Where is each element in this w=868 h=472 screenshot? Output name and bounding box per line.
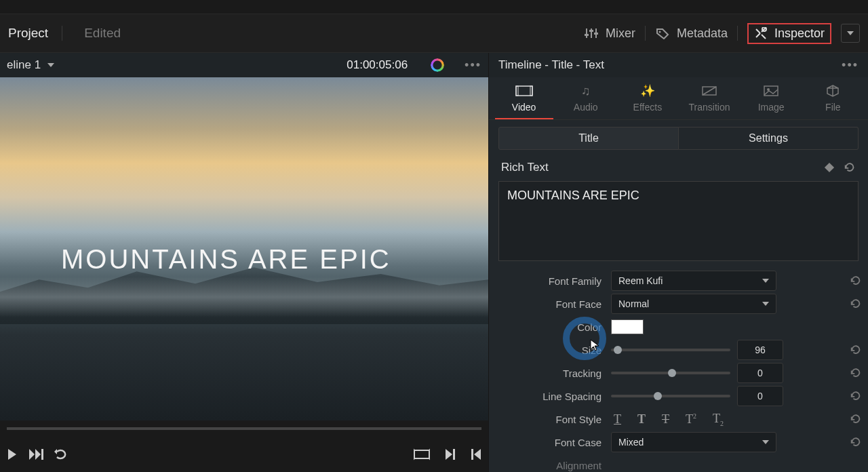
svg-rect-4 — [589, 30, 593, 32]
tab-audio[interactable]: ♫ Audio — [557, 84, 615, 119]
line-spacing-slider[interactable] — [611, 395, 730, 397]
separator — [62, 26, 62, 41]
svg-rect-13 — [516, 86, 518, 96]
alignment-label: Alignment — [489, 460, 611, 471]
project-title: Project — [8, 26, 48, 41]
font-style-reset[interactable] — [844, 413, 868, 425]
line-spacing-label: Line Spacing — [489, 391, 611, 402]
project-status: Edited — [84, 26, 121, 41]
tab-video[interactable]: Video — [495, 84, 553, 119]
inspector-more-icon[interactable]: ••• — [842, 58, 859, 73]
tab-audio-label: Audio — [574, 102, 598, 113]
font-family-value: Reem Kufi — [618, 275, 663, 286]
separator — [645, 26, 646, 41]
font-case-dropdown[interactable]: Mixed — [611, 432, 776, 452]
svg-point-6 — [658, 31, 660, 33]
timeline-dropdown-icon[interactable] — [47, 63, 54, 67]
mode-title[interactable]: Title — [498, 127, 679, 150]
size-reset[interactable] — [844, 344, 868, 356]
svg-rect-10 — [453, 449, 455, 460]
separator — [737, 26, 738, 41]
size-slider[interactable] — [611, 349, 730, 351]
color-wheel-icon[interactable] — [431, 58, 444, 72]
video-icon — [515, 84, 533, 98]
svg-rect-12 — [516, 86, 532, 96]
font-family-dropdown[interactable]: Reem Kufi — [611, 271, 776, 291]
font-style-label: Font Style — [489, 414, 611, 425]
mixer-button[interactable]: Mixer — [584, 26, 635, 41]
music-icon: ♫ — [581, 84, 591, 98]
underline-icon[interactable]: T — [614, 412, 621, 427]
font-face-label: Font Face — [489, 298, 611, 310]
font-case-value: Mixed — [618, 437, 644, 448]
line-spacing-reset[interactable] — [844, 390, 868, 402]
mode-settings[interactable]: Settings — [679, 127, 859, 150]
svg-rect-9 — [414, 450, 429, 458]
svg-rect-5 — [594, 33, 598, 35]
size-field[interactable]: 96 — [737, 340, 783, 360]
cube-icon — [826, 84, 840, 98]
step-forward-button[interactable] — [445, 448, 456, 460]
svg-rect-11 — [471, 449, 473, 460]
tab-file-label: File — [825, 102, 841, 113]
font-face-reset[interactable] — [844, 298, 868, 310]
chevron-down-icon — [847, 31, 854, 35]
superscript-icon[interactable]: T2 — [686, 412, 696, 427]
font-family-label: Font Family — [489, 275, 611, 287]
wand-icon: ✨ — [640, 84, 655, 98]
timeline-name[interactable]: eline 1 — [7, 58, 41, 72]
tab-transition-label: Transition — [689, 102, 730, 113]
subscript-icon[interactable]: T2 — [713, 412, 724, 427]
section-rich-text[interactable]: Rich Text — [501, 161, 549, 174]
svg-rect-0 — [586, 28, 587, 38]
expand-button[interactable] — [841, 24, 860, 43]
svg-rect-14 — [530, 86, 532, 96]
tab-file[interactable]: File — [804, 84, 862, 119]
viewer[interactable]: MOUNTAINS ARE EPIC — [0, 77, 488, 420]
scrub-track[interactable] — [7, 427, 481, 430]
inspector-button[interactable]: Inspector — [747, 23, 831, 44]
tools-icon — [754, 27, 768, 39]
strike-icon[interactable]: T — [662, 412, 669, 427]
tracking-label: Tracking — [489, 368, 611, 379]
safe-area-button[interactable] — [414, 448, 430, 460]
tab-image[interactable]: Image — [742, 84, 800, 119]
font-case-label: Font Case — [489, 437, 611, 448]
tab-effects-label: Effects — [633, 102, 663, 113]
title-overlay: MOUNTAINS ARE EPIC — [61, 244, 391, 275]
font-case-reset[interactable] — [844, 436, 868, 448]
rich-text-input[interactable]: MOUNTAINS ARE EPIC — [498, 181, 859, 261]
tracking-slider[interactable] — [611, 372, 730, 374]
play-button[interactable] — [7, 448, 18, 460]
sliders-icon — [584, 27, 599, 39]
reset-icon[interactable] — [844, 161, 856, 174]
svg-rect-3 — [585, 34, 589, 36]
loop-button[interactable] — [54, 448, 69, 460]
svg-rect-8 — [41, 449, 43, 460]
tab-video-label: Video — [512, 102, 536, 113]
font-face-value: Normal — [618, 298, 649, 309]
mixer-label: Mixer — [606, 26, 635, 41]
bold-icon[interactable]: T — [637, 412, 646, 427]
keyframe-icon[interactable] — [825, 163, 834, 172]
size-label: Size — [489, 345, 611, 356]
font-family-reset[interactable] — [844, 275, 868, 287]
image-icon — [764, 84, 778, 98]
tracking-field[interactable]: 0 — [737, 363, 783, 383]
metadata-button[interactable]: Metadata — [655, 26, 728, 41]
timecode[interactable]: 01:00:05:06 — [347, 58, 408, 72]
next-button[interactable] — [28, 448, 43, 460]
inspector-header: Timeline - Title - Text — [498, 58, 604, 72]
more-options-icon[interactable]: ••• — [465, 58, 481, 73]
metadata-label: Metadata — [677, 26, 728, 41]
font-face-dropdown[interactable]: Normal — [611, 294, 776, 314]
transition-icon — [702, 84, 717, 98]
tab-effects[interactable]: ✨ Effects — [618, 84, 677, 119]
color-swatch[interactable] — [611, 319, 644, 334]
line-spacing-field[interactable]: 0 — [737, 386, 783, 406]
inspector-label: Inspector — [774, 26, 825, 41]
tab-image-label: Image — [758, 102, 785, 113]
tab-transition[interactable]: Transition — [680, 84, 738, 119]
step-back-button[interactable] — [471, 448, 481, 460]
tracking-reset[interactable] — [844, 367, 868, 379]
